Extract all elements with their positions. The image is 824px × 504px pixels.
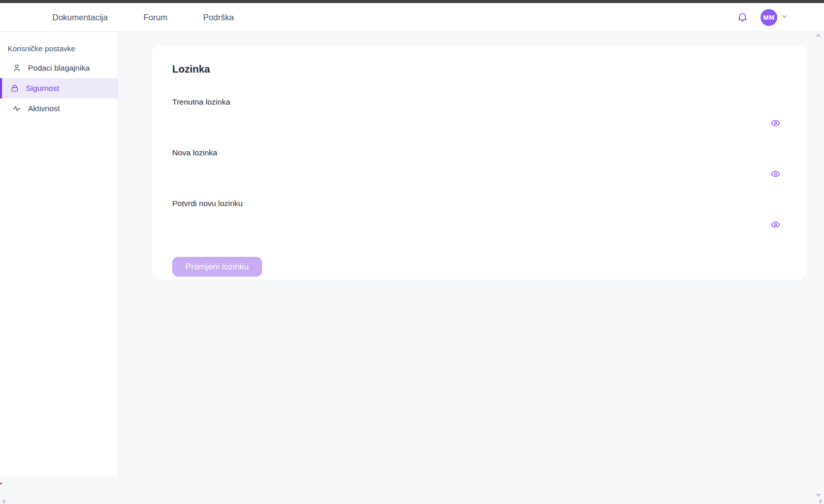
lock-icon — [10, 84, 19, 93]
sidebar-item-label: Podaci blagajnika — [28, 63, 90, 73]
current-password-group: Trenutna lozinka — [172, 96, 787, 136]
new-password-group: Nova lozinka — [172, 147, 787, 187]
confirm-password-label: Potvrdi novu lozinku — [172, 198, 787, 209]
current-password-row — [172, 112, 787, 136]
sidebar-item-podaci-blagajnika[interactable]: Podaci blagajnika — [0, 58, 118, 78]
notifications-button[interactable] — [737, 11, 748, 24]
chevron-down-icon — [781, 13, 788, 22]
main-nav: Dokumentacija Forum Podrška — [0, 3, 234, 32]
confirm-password-row — [172, 213, 787, 238]
activity-icon — [12, 104, 21, 113]
password-card: Lozinka Trenutna lozinka Nova lozinka — [152, 46, 807, 280]
nav-dokumentacija[interactable]: Dokumentacija — [52, 3, 108, 32]
scrollbar-right-arrow-icon[interactable] — [819, 499, 822, 504]
eye-icon — [771, 118, 780, 129]
change-password-button[interactable]: Promjeni lozinku — [172, 257, 262, 277]
toggle-current-password-visibility[interactable] — [768, 116, 783, 131]
new-password-row — [172, 162, 787, 187]
sidebar-item-aktivnost[interactable]: Aktivnost — [0, 98, 118, 119]
current-password-label: Trenutna lozinka — [172, 96, 787, 108]
card-title: Lozinka — [172, 63, 787, 75]
user-menu[interactable]: MM — [760, 9, 788, 26]
sidebar-item-label: Aktivnost — [28, 104, 60, 113]
app-header: Dokumentacija Forum Podrška MM — [0, 3, 824, 32]
bell-icon — [737, 11, 748, 24]
sidebar-item-label: Sigurnost — [26, 84, 59, 93]
scrollbar-left-arrow-icon[interactable] — [2, 499, 5, 504]
sidebar-item-sigurnost[interactable]: Sigurnost — [0, 78, 118, 98]
new-password-label: Nova lozinka — [172, 147, 787, 158]
toggle-confirm-password-visibility[interactable] — [768, 218, 783, 233]
nav-podrska[interactable]: Podrška — [203, 3, 234, 32]
sidebar-section-title: Korisničke postavke — [8, 44, 118, 53]
scrollbar-down-arrow-icon[interactable] — [816, 494, 821, 497]
confirm-password-input[interactable] — [172, 213, 756, 238]
eye-icon — [771, 169, 780, 180]
confirm-password-group: Potvrdi novu lozinku — [172, 198, 787, 238]
new-password-input[interactable] — [172, 162, 756, 187]
left-edge-artifact — [0, 483, 2, 484]
eye-icon — [771, 220, 780, 231]
user-icon — [12, 63, 21, 73]
scrollbar-up-arrow-icon[interactable] — [816, 33, 821, 37]
avatar[interactable]: MM — [760, 9, 777, 26]
settings-sidebar: Korisničke postavke Podaci blagajnika Si… — [0, 32, 118, 476]
header-actions: MM — [737, 3, 788, 32]
current-password-input[interactable] — [172, 112, 756, 136]
nav-forum[interactable]: Forum — [143, 3, 168, 32]
toggle-new-password-visibility[interactable] — [768, 167, 783, 182]
